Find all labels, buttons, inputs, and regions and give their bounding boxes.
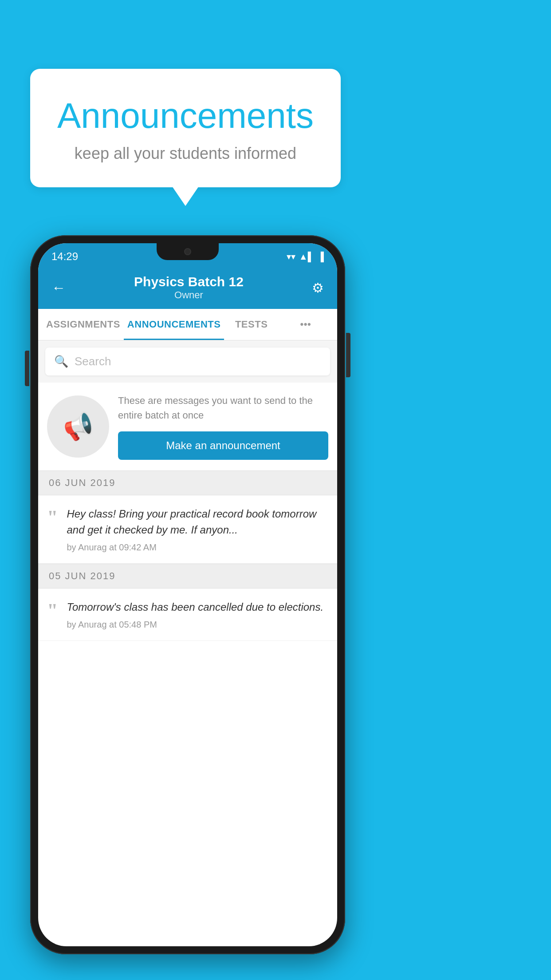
make-announcement-button[interactable]: Make an announcement <box>118 431 328 460</box>
search-placeholder: Search <box>75 355 111 368</box>
announcement-item-2[interactable]: " Tomorrow's class has been cancelled du… <box>38 589 337 641</box>
search-bar[interactable]: 🔍 Search <box>45 348 330 375</box>
gear-icon[interactable]: ⚙ <box>312 280 324 296</box>
announcement-item-1[interactable]: " Hey class! Bring your practical record… <box>38 495 337 564</box>
wifi-icon: ▾▾ <box>287 251 295 262</box>
announcement-content-2: Tomorrow's class has been cancelled due … <box>67 599 328 630</box>
promo-text-area: These are messages you want to send to t… <box>118 393 328 460</box>
phone-screen: 14:29 ▾▾ ▲▌ ▐ ← Physics Batch 12 Owner ⚙… <box>38 243 337 946</box>
phone-notch <box>157 243 219 260</box>
tab-announcements[interactable]: ANNOUNCEMENTS <box>124 309 224 340</box>
status-icons: ▾▾ ▲▌ ▐ <box>287 251 324 262</box>
date-separator-2: 05 JUN 2019 <box>38 564 337 589</box>
promo-icon-circle: 📢 <box>47 395 109 458</box>
megaphone-icon: 📢 <box>60 409 96 444</box>
announcement-text-2: Tomorrow's class has been cancelled due … <box>67 599 328 615</box>
bubble-subtitle: keep all your students informed <box>52 144 319 163</box>
battery-icon: ▐ <box>318 252 324 262</box>
content-area: 🔍 Search 📢 These are messages you want t… <box>38 340 337 641</box>
header-title: Physics Batch 12 <box>134 274 244 289</box>
quote-icon-2: " <box>47 601 58 620</box>
header-center: Physics Batch 12 Owner <box>134 274 244 301</box>
camera-dot <box>184 248 191 255</box>
speech-bubble: Announcements keep all your students inf… <box>30 69 341 187</box>
tab-assignments[interactable]: ASSIGNMENTS <box>43 309 124 340</box>
announcement-content-1: Hey class! Bring your practical record b… <box>67 506 328 553</box>
promo-description: These are messages you want to send to t… <box>118 393 328 423</box>
quote-icon-1: " <box>47 508 58 527</box>
tabs-bar: ASSIGNMENTS ANNOUNCEMENTS TESTS ••• <box>38 309 337 340</box>
app-header: ← Physics Batch 12 Owner ⚙ <box>38 266 337 309</box>
announcement-author-1: by Anurag at 09:42 AM <box>67 542 328 553</box>
bubble-title: Announcements <box>52 95 319 136</box>
phone-outer: 14:29 ▾▾ ▲▌ ▐ ← Physics Batch 12 Owner ⚙… <box>30 235 345 954</box>
status-time: 14:29 <box>51 250 78 263</box>
header-subtitle: Owner <box>134 289 244 301</box>
signal-icon: ▲▌ <box>299 252 314 262</box>
announcement-author-2: by Anurag at 05:48 PM <box>67 620 328 630</box>
phone-mockup: 14:29 ▾▾ ▲▌ ▐ ← Physics Batch 12 Owner ⚙… <box>30 235 345 954</box>
tab-tests[interactable]: TESTS <box>224 309 278 340</box>
tab-more[interactable]: ••• <box>279 309 333 340</box>
speech-bubble-container: Announcements keep all your students inf… <box>30 69 341 187</box>
search-icon: 🔍 <box>54 355 68 368</box>
date-separator-1: 06 JUN 2019 <box>38 470 337 495</box>
announcement-text-1: Hey class! Bring your practical record b… <box>67 506 328 538</box>
promo-section: 📢 These are messages you want to send to… <box>38 383 337 470</box>
back-button[interactable]: ← <box>51 280 66 296</box>
